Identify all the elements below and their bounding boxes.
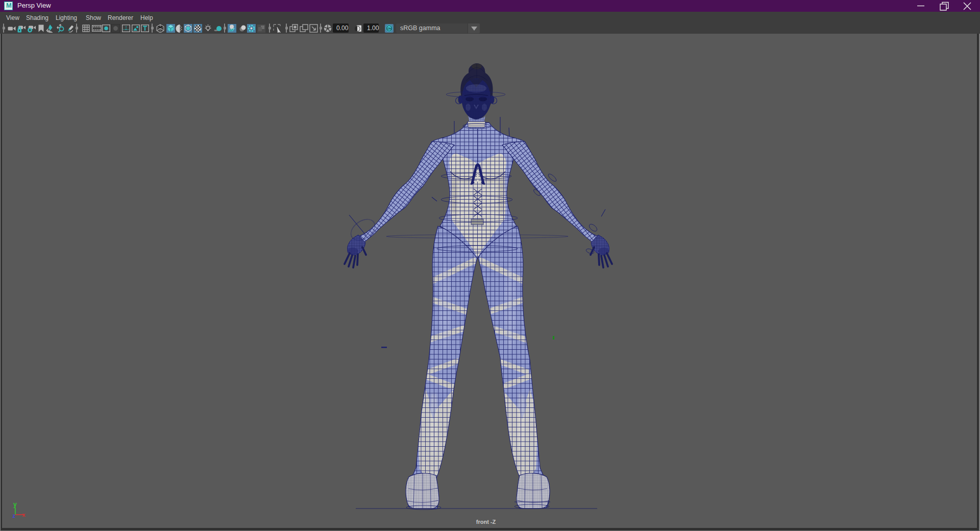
- svg-text:ON: ON: [387, 27, 391, 30]
- svg-text:y: y: [13, 501, 17, 508]
- svg-text:z: z: [12, 513, 15, 519]
- svg-text:x: x: [22, 512, 26, 518]
